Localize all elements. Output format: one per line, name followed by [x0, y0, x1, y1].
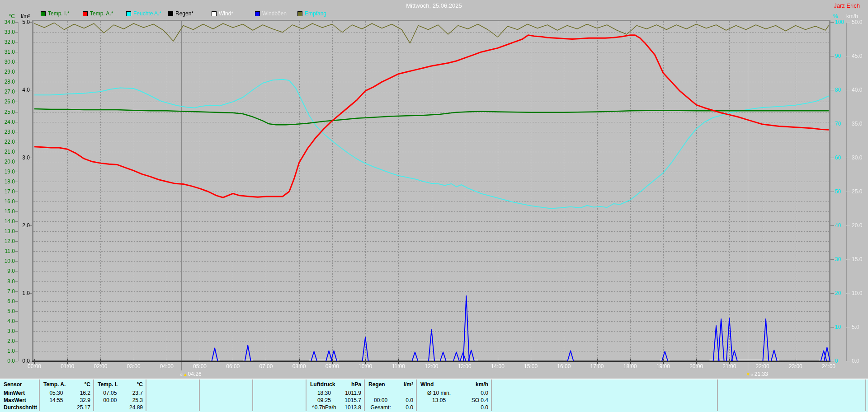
wind-axis-tick: 20.0: [852, 223, 862, 228]
legend-label: Regen*: [175, 11, 193, 16]
temp-axis-tick: 20.0: [1, 159, 15, 164]
axis-header-celsius: °C: [1, 13, 15, 19]
temp-axis-tick: 15.0: [1, 209, 15, 214]
time-axis-tick: 08:00: [289, 364, 309, 369]
wind-axis-tick: 5.0: [852, 324, 859, 330]
legend-swatch-icon: [126, 11, 131, 16]
time-axis-tick: 02:00: [90, 364, 110, 369]
temp-axis-tick: 30.0: [1, 59, 15, 65]
temp-axis-tick: 6.0: [1, 299, 15, 304]
legend-swatch-icon: [255, 11, 260, 16]
legend-item-temp-i-: Temp. I.*: [41, 11, 69, 16]
legend-item-temp-a-: Temp. A.*: [83, 11, 113, 16]
weather-chart-plot[interactable]: [0, 0, 868, 412]
humidity-axis-tick: 70: [835, 121, 841, 126]
wind-axis-tick: 50.0: [852, 19, 862, 25]
legend-swatch-icon: [212, 11, 217, 16]
temp-axis-tick: 10.0: [1, 258, 15, 264]
table-cell-value: 1013.8: [330, 404, 361, 411]
weather-app-window: { "window": { "title": "Mittwoch, 25.06.…: [0, 0, 868, 412]
time-axis-tick: 24:00: [819, 364, 839, 369]
temp-axis-tick: 2.0: [1, 338, 15, 344]
temp-axis-tick: 16.0: [1, 199, 15, 204]
table-col-unit: °C: [64, 381, 90, 388]
wind-axis-tick: 25.0: [852, 189, 862, 194]
wind-axis-tick: 45.0: [852, 53, 862, 59]
temp-axis-tick: 28.0: [1, 79, 15, 84]
table-col-unit: °C: [117, 381, 143, 388]
temp-axis-tick: 9.0: [1, 268, 15, 274]
table-column-divider: [0, 379, 40, 411]
table-col-unit: km/h: [451, 381, 488, 388]
table-col-unit: hPa: [333, 381, 362, 388]
temp-axis-tick: 0.0: [1, 358, 15, 364]
legend-item-regen-: Regen*: [168, 11, 193, 16]
time-axis-tick: 15:00: [521, 364, 541, 369]
time-axis-tick: 23:00: [786, 364, 806, 369]
time-axis-tick: 13:00: [455, 364, 475, 369]
temp-axis-tick: 33.0: [1, 29, 15, 35]
legend-item-wind-: Wind*: [212, 11, 233, 16]
rain-axis-tick: 1.0: [16, 290, 30, 296]
rain-axis-tick: 2.0: [16, 223, 30, 228]
statistics-table: SensorMinWertMaxWertDurchschnittTemp. A.…: [0, 379, 868, 412]
temp-axis-tick: 23.0: [1, 129, 15, 135]
sunset-icon: ▼☼: [746, 372, 754, 377]
humidity-axis-tick: 40: [835, 223, 841, 228]
temp-axis-tick: 18.0: [1, 179, 15, 184]
time-axis-tick: 11:00: [388, 364, 408, 369]
table-cell-value: 16.2: [61, 390, 90, 396]
temp-axis-tick: 13.0: [1, 229, 15, 234]
temp-axis-tick: 14.0: [1, 219, 15, 224]
time-axis-tick: 21:00: [719, 364, 739, 369]
temp-axis-tick: 26.0: [1, 99, 15, 104]
time-axis-tick: 10:00: [355, 364, 375, 369]
temp-axis-tick: 19.0: [1, 169, 15, 174]
humidity-axis-tick: 0: [835, 358, 838, 364]
table-cell-value: 32.9: [61, 397, 90, 403]
legend-item-feuchte-a-: Feuchte A.*: [126, 11, 161, 16]
sunrise-icon: ☼▲: [179, 372, 187, 377]
wind-axis-tick: 30.0: [852, 155, 862, 160]
time-axis-tick: 12:00: [422, 364, 442, 369]
time-axis-tick: 04:00: [157, 364, 177, 369]
table-column-divider: [253, 379, 307, 411]
time-axis-tick: 05:00: [190, 364, 210, 369]
rain-axis-tick: 5.0: [16, 19, 30, 25]
sunset-time: 21:33: [755, 371, 768, 377]
temp-axis-tick: 31.0: [1, 49, 15, 55]
table-cell-value: SO 0.4: [448, 397, 488, 403]
legend-item-empfang: Empfang: [297, 11, 326, 16]
table-column-divider: [146, 379, 200, 411]
legend-label: Wind*: [219, 11, 233, 16]
table-column-divider: [492, 379, 718, 411]
time-axis-tick: 14:00: [488, 364, 508, 369]
wind-axis-tick: 40.0: [852, 87, 862, 93]
time-axis-tick: 17:00: [587, 364, 607, 369]
wind-axis-tick: 0.0: [852, 358, 859, 364]
table-col-unit: l/m²: [388, 381, 414, 388]
temp-axis-tick: 25.0: [1, 109, 15, 115]
legend-label: Temp. I.*: [48, 11, 69, 16]
axis-header-wind: km/h: [846, 13, 858, 19]
table-cell-value: 25.3: [114, 397, 143, 403]
legend-label: Feuchte A.*: [133, 11, 161, 16]
sunrise-time: 04:26: [188, 371, 202, 377]
legend-swatch-icon: [83, 11, 88, 16]
table-cell-value: 24.89: [114, 404, 143, 411]
humidity-axis-tick: 60: [835, 155, 841, 160]
humidity-axis-tick: 100: [835, 19, 844, 25]
sunset-marker: ▼☼ 21:33: [746, 371, 768, 377]
sunrise-marker: ☼▲ 04:26: [179, 371, 202, 377]
legend-label: Temp. A.*: [90, 11, 113, 16]
table-column-divider: [200, 379, 253, 411]
temp-axis-tick: 29.0: [1, 69, 15, 75]
legend-swatch-icon: [297, 11, 302, 16]
time-axis-tick: 06:00: [223, 364, 243, 369]
time-axis-tick: 19:00: [653, 364, 673, 369]
wind-axis-tick: 15.0: [852, 257, 862, 262]
temp-axis-tick: 17.0: [1, 189, 15, 194]
temp-axis-tick: 4.0: [1, 318, 15, 324]
temp-axis-tick: 3.0: [1, 328, 15, 334]
temp-axis-tick: 21.0: [1, 149, 15, 154]
